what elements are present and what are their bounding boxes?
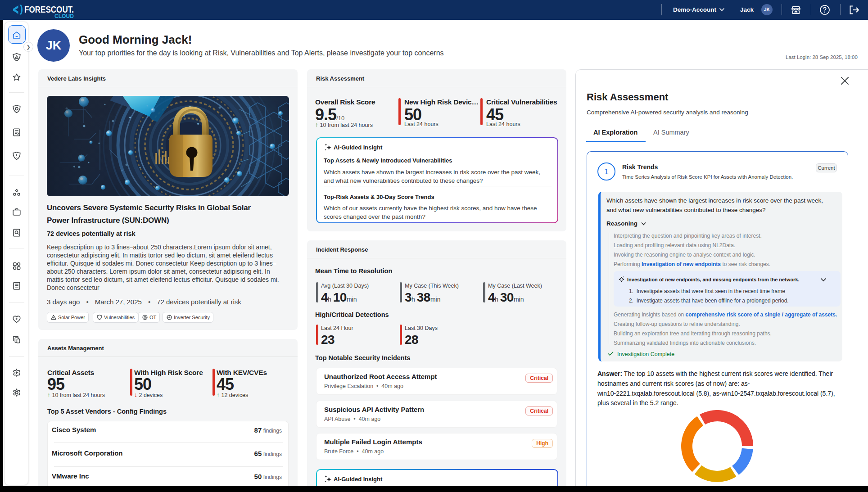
svg-text:CLOUD: CLOUD (54, 13, 74, 19)
